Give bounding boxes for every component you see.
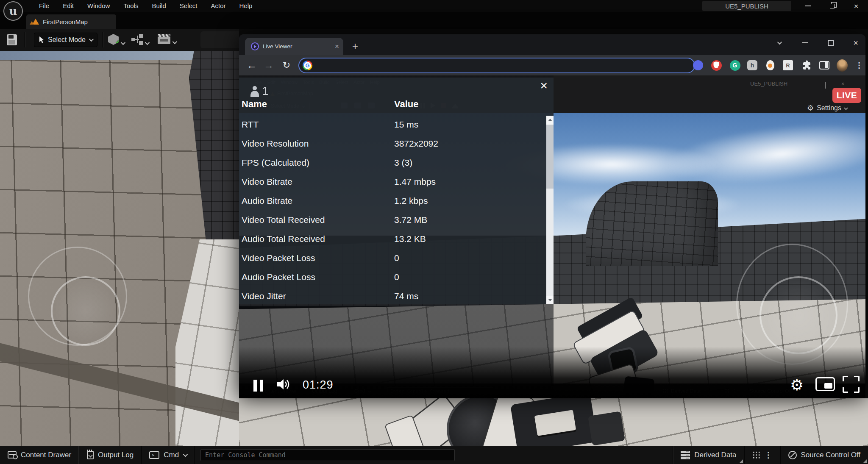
plus-icon: + bbox=[116, 39, 120, 46]
select-mode-dropdown[interactable]: Select Mode bbox=[34, 33, 97, 47]
live-viewer-favicon-icon bbox=[251, 42, 259, 50]
platforms-button-partial[interactable] bbox=[200, 31, 239, 48]
browser-menu-button[interactable]: ⋮ bbox=[854, 60, 865, 71]
menu-tools[interactable]: Tools bbox=[117, 0, 145, 12]
blueprints-button[interactable] bbox=[131, 34, 148, 45]
egg-extension-icon[interactable] bbox=[765, 60, 776, 71]
stats-row: Video Resolution3872x2092 bbox=[239, 134, 546, 153]
back-button[interactable]: ← bbox=[244, 55, 259, 75]
stream-joystick-inner[interactable] bbox=[760, 276, 837, 354]
select-mode-label: Select Mode bbox=[48, 36, 86, 44]
stream-settings-button[interactable]: ⚙ Settings bbox=[807, 103, 848, 113]
scrollbar-thumb[interactable] bbox=[546, 125, 554, 189]
editor-status-bar: Content Drawer Output Log >_ Cmd Derived… bbox=[0, 446, 868, 464]
stats-table-header: Name Value bbox=[239, 99, 554, 112]
console-command-input[interactable] bbox=[200, 449, 455, 461]
stats-row: Video Bitrate1.47 mbps bbox=[239, 172, 546, 191]
stats-row: Audio Total Received13.2 KB bbox=[239, 229, 546, 248]
save-button[interactable] bbox=[7, 34, 17, 45]
streaming-stats-panel: × 1 Name Value RTT15 ms Video Resolution… bbox=[239, 78, 554, 304]
menu-select[interactable]: Select bbox=[173, 0, 204, 12]
fullscreen-button[interactable] bbox=[843, 376, 860, 393]
close-icon: × bbox=[854, 2, 858, 10]
menu-edit[interactable]: Edit bbox=[56, 0, 81, 12]
picture-in-picture-button[interactable] bbox=[815, 377, 835, 391]
menu-items: File Edit Window Tools Build Select Acto… bbox=[32, 0, 259, 12]
scroll-up-button[interactable] bbox=[546, 116, 554, 124]
forward-button[interactable]: → bbox=[261, 55, 276, 75]
honey-extension-icon[interactable]: h bbox=[747, 60, 758, 71]
stream-close-icon: × bbox=[841, 81, 844, 87]
stats-row: FPS (Calculated)3 (3) bbox=[239, 153, 546, 172]
source-control-button[interactable]: Source Control Off bbox=[780, 446, 868, 464]
volume-button[interactable] bbox=[276, 378, 291, 392]
chevron-down-icon bbox=[777, 40, 782, 44]
derived-data-button[interactable]: Derived Data bbox=[673, 446, 744, 464]
viewer-count: 1 bbox=[262, 85, 269, 97]
browser-close-button[interactable]: × bbox=[846, 34, 865, 51]
touch-joystick-inner[interactable] bbox=[51, 276, 120, 346]
tab-search-button[interactable] bbox=[769, 34, 789, 51]
unreal-logo-icon[interactable]: u bbox=[3, 1, 23, 21]
player-settings-button[interactable]: ⚙ bbox=[790, 376, 804, 394]
add-actor-button[interactable]: + bbox=[108, 34, 124, 45]
content-drawer-button[interactable]: Content Drawer bbox=[0, 446, 79, 464]
editor-restore-button[interactable] bbox=[823, 0, 841, 12]
extension-icon[interactable] bbox=[696, 60, 707, 71]
editor-viewport-bottom[interactable] bbox=[239, 398, 868, 446]
url-input[interactable] bbox=[317, 62, 691, 69]
grammarly-extension-icon[interactable]: G bbox=[729, 60, 740, 71]
chevron-down-icon bbox=[183, 452, 188, 456]
reload-button[interactable]: ↻ bbox=[279, 55, 294, 75]
stats-row: Video Jitter74 ms bbox=[239, 286, 546, 306]
stats-scrollbar[interactable] bbox=[546, 116, 554, 304]
viewer-count-badge: 1 bbox=[250, 85, 269, 97]
editor-menubar: u File Edit Window Tools Build Select Ac… bbox=[0, 0, 868, 12]
address-bar[interactable]: G bbox=[298, 58, 695, 73]
new-tab-button[interactable]: + bbox=[348, 39, 362, 53]
avatar-icon bbox=[837, 59, 848, 72]
triangle-down-icon bbox=[548, 299, 552, 301]
chevron-down-icon bbox=[89, 37, 94, 42]
menu-window[interactable]: Window bbox=[81, 0, 117, 12]
stats-row: RTT15 ms bbox=[239, 115, 546, 134]
hand-icon bbox=[711, 60, 722, 71]
toolbar-separator bbox=[103, 32, 103, 47]
level-tab-firstpersonmap[interactable]: FirstPersonMap bbox=[26, 14, 116, 29]
resize-corner-icon bbox=[863, 459, 867, 463]
kebab-menu-icon[interactable]: ⋮ bbox=[765, 450, 773, 460]
pause-button[interactable] bbox=[253, 380, 263, 392]
settings-label: Settings bbox=[817, 104, 841, 112]
menu-help[interactable]: Help bbox=[233, 0, 259, 12]
extensions-puzzle-icon[interactable] bbox=[801, 60, 812, 71]
insights-grid-icon[interactable] bbox=[752, 451, 760, 459]
stats-close-button[interactable]: × bbox=[540, 78, 548, 93]
adblock-extension-icon[interactable] bbox=[711, 60, 722, 71]
editor-close-button[interactable]: × bbox=[847, 0, 865, 12]
editor-viewport[interactable] bbox=[0, 51, 239, 446]
cinematics-button[interactable] bbox=[158, 34, 176, 44]
cmd-dropdown[interactable]: >_ Cmd bbox=[142, 446, 195, 464]
menu-file[interactable]: File bbox=[32, 0, 56, 12]
person-icon bbox=[250, 86, 259, 97]
browser-minimize-button[interactable] bbox=[796, 34, 815, 51]
output-log-button[interactable]: Output Log bbox=[79, 446, 142, 464]
honey-h-icon: h bbox=[747, 60, 757, 70]
profile-avatar[interactable] bbox=[837, 60, 848, 71]
sky-sliver bbox=[0, 51, 199, 60]
add-cube-icon: + bbox=[108, 34, 119, 45]
stats-col-value: Value bbox=[394, 99, 418, 110]
reader-extension-icon[interactable]: R bbox=[782, 60, 793, 71]
browser-maximize-button[interactable] bbox=[821, 34, 840, 51]
menu-build[interactable]: Build bbox=[145, 0, 172, 12]
tab-close-icon[interactable]: × bbox=[335, 43, 339, 50]
browser-tab-live-viewer[interactable]: Live Viewer × bbox=[245, 38, 343, 55]
chevron-down-icon bbox=[121, 40, 125, 45]
side-panel-icon[interactable] bbox=[819, 60, 830, 71]
editor-minimize-button[interactable] bbox=[799, 0, 818, 12]
gun-dark-block bbox=[588, 411, 625, 445]
editor-tab-row: FirstPersonMap bbox=[0, 12, 868, 29]
google-favicon-icon: G bbox=[303, 61, 312, 70]
menu-actor[interactable]: Actor bbox=[204, 0, 232, 12]
scroll-down-button[interactable] bbox=[546, 296, 554, 304]
